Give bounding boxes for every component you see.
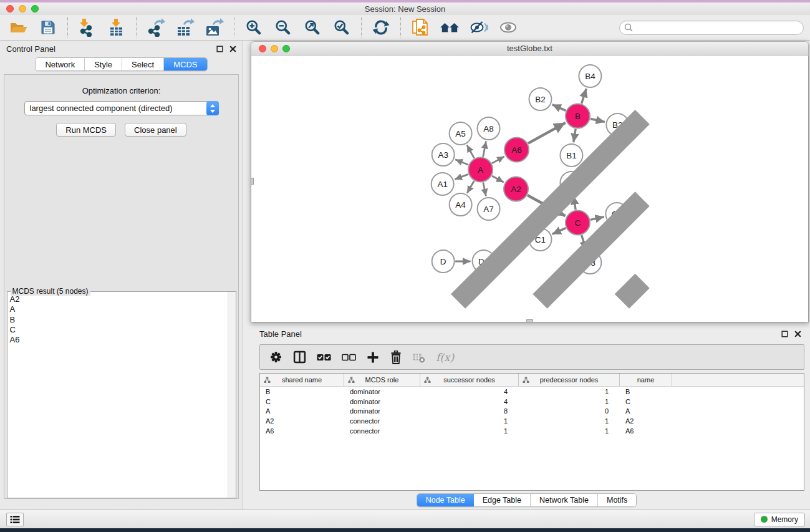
open-session-icon[interactable] [9, 17, 29, 37]
table-row[interactable]: A6connector11A6 [260, 426, 804, 436]
tab-node-table[interactable]: Node Table [417, 494, 474, 506]
cell[interactable]: A6 [260, 427, 344, 435]
zoom-fit-icon[interactable] [302, 17, 322, 37]
network-canvas[interactable]: B4B2BB3A8A5A6B1A3AC2A1A2A4A7C4CC1C3DD1 [251, 56, 809, 322]
tab-network-table[interactable]: Network Table [531, 494, 598, 506]
cell[interactable]: A2 [620, 417, 672, 425]
column-header-name[interactable]: name [620, 374, 672, 386]
table-toolbar: f(x) [259, 344, 804, 370]
column-split-icon[interactable] [293, 351, 306, 364]
cell[interactable]: 1 [420, 417, 519, 425]
hide-selected-icon[interactable] [469, 17, 489, 37]
unselect-all-columns-icon[interactable] [342, 354, 356, 361]
cell[interactable]: 8 [420, 407, 519, 415]
apply-layout-icon[interactable] [371, 17, 391, 37]
mcds-result-list[interactable]: A2ABCA6 [7, 292, 228, 498]
delete-table-icon[interactable] [413, 352, 425, 363]
table-row[interactable]: Bdominator41B [260, 387, 804, 397]
cell[interactable]: A6 [620, 427, 672, 435]
close-panel-icon[interactable] [229, 46, 236, 52]
network-close-button[interactable] [259, 45, 266, 52]
column-header-shared-name[interactable]: shared name [260, 374, 344, 386]
export-table-icon[interactable] [175, 17, 195, 37]
export-network-icon[interactable] [146, 17, 166, 37]
run-mcds-button[interactable]: Run MCDS [56, 123, 116, 137]
tab-edge-table[interactable]: Edge Table [474, 494, 531, 506]
zoom-selected-icon[interactable] [332, 17, 352, 37]
cell[interactable]: B [260, 388, 344, 395]
cell[interactable]: C [620, 398, 672, 405]
column-header-successor-nodes[interactable]: successor nodes [420, 374, 519, 386]
cell[interactable]: 1 [519, 417, 620, 425]
cell[interactable]: 1 [420, 427, 519, 435]
import-table-icon[interactable] [107, 17, 127, 37]
result-item[interactable]: A6 [10, 335, 228, 345]
tab-mcds[interactable]: MCDS [164, 58, 206, 70]
cell[interactable]: A [260, 407, 344, 415]
main-toolbar [0, 15, 810, 41]
tab-network[interactable]: Network [36, 58, 85, 70]
toolbar-separator [361, 17, 362, 37]
task-history-button[interactable] [6, 513, 24, 526]
cell[interactable]: 4 [420, 388, 519, 395]
add-column-icon[interactable] [367, 351, 379, 364]
zoom-window-button[interactable] [31, 5, 39, 12]
select-stepper-icon [206, 101, 219, 115]
cell[interactable]: A2 [260, 417, 344, 425]
delete-column-icon[interactable] [390, 351, 402, 364]
function-builder-icon[interactable]: f(x) [436, 351, 454, 364]
close-panel-icon[interactable] [794, 331, 801, 337]
float-panel-icon[interactable] [216, 46, 223, 52]
network-zoom-button[interactable] [282, 45, 290, 52]
result-item[interactable]: A [10, 304, 228, 314]
table-panel: Table Panel [243, 326, 810, 510]
result-scrollbar[interactable] [228, 292, 236, 498]
cell[interactable]: dominator [344, 388, 420, 395]
select-all-columns-icon[interactable] [317, 354, 331, 361]
minimize-window-button[interactable] [19, 5, 26, 12]
network-window-controls [259, 45, 290, 52]
cell[interactable]: 1 [519, 388, 620, 395]
table-row[interactable]: A2connector11A2 [260, 416, 804, 426]
result-item[interactable]: C [10, 325, 228, 335]
new-network-from-selection-icon[interactable] [410, 17, 430, 37]
result-item[interactable]: A2 [10, 294, 228, 304]
cell[interactable]: dominator [344, 398, 420, 405]
optimization-criterion-select[interactable]: largest connected component (directed) [24, 101, 219, 115]
zoom-in-icon[interactable] [244, 17, 264, 37]
float-panel-icon[interactable] [781, 331, 788, 337]
import-network-icon[interactable] [77, 17, 97, 37]
close-panel-button[interactable]: Close panel [125, 123, 186, 137]
column-header-MCDS-role[interactable]: MCDS role [344, 374, 420, 386]
cell[interactable]: 1 [519, 427, 620, 435]
memory-button[interactable]: Memory [754, 513, 805, 526]
attribute-icon [424, 377, 431, 384]
cell[interactable]: 4 [420, 398, 519, 405]
cell[interactable]: connector [344, 417, 420, 425]
save-session-icon[interactable] [38, 17, 58, 37]
table-panel-header: Table Panel [243, 326, 810, 342]
column-header-predecessor-nodes[interactable]: predecessor nodes [519, 374, 620, 386]
network-minimize-button[interactable] [271, 45, 278, 52]
tab-motifs[interactable]: Motifs [598, 494, 636, 506]
export-image-icon[interactable] [205, 17, 224, 37]
tab-style[interactable]: Style [85, 58, 122, 70]
cell[interactable]: A [620, 407, 672, 415]
close-window-button[interactable] [6, 5, 14, 12]
cell[interactable]: 0 [519, 407, 620, 415]
table-row[interactable]: Adominator80A [260, 406, 804, 416]
result-item[interactable]: B [10, 315, 228, 325]
cell[interactable]: 1 [519, 398, 620, 405]
tab-select[interactable]: Select [122, 58, 164, 70]
show-all-icon[interactable] [498, 17, 518, 37]
column-settings-icon[interactable] [269, 351, 282, 364]
cell[interactable]: C [260, 398, 344, 405]
search-input[interactable] [619, 21, 804, 35]
resize-grip[interactable] [251, 56, 808, 322]
cell[interactable]: dominator [344, 407, 420, 415]
zoom-out-icon[interactable] [273, 17, 293, 37]
table-row[interactable]: Cdominator41C [260, 397, 804, 407]
first-neighbors-icon[interactable] [440, 17, 460, 37]
cell[interactable]: connector [344, 427, 420, 435]
cell[interactable]: B [620, 388, 672, 395]
